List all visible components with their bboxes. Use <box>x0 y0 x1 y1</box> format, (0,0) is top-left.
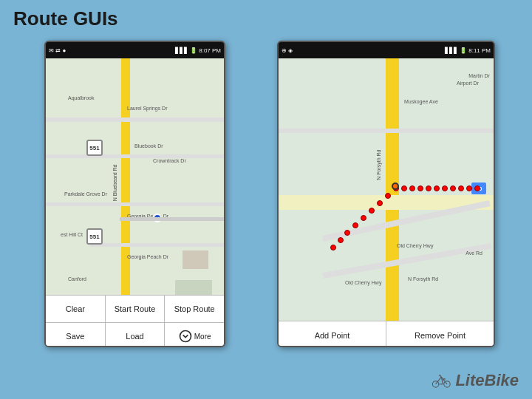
road-h3 <box>46 202 224 206</box>
button-row-right: Add Point Remove Point <box>279 321 494 347</box>
label-forsyth: N Forsyth Rd <box>376 150 381 180</box>
svg-point-0 <box>180 331 191 342</box>
load-button[interactable]: Load <box>106 323 166 347</box>
badge-551-bottom: 551 <box>86 228 103 245</box>
map-left[interactable]: N Bluebeard Rd Laurel Springs Dr Blueboo… <box>46 58 224 295</box>
route-dot-16 <box>352 222 358 228</box>
phone-left: ✉ ⇄ ● ▋▋▋ 🔋 8:07 PM N Bluebeard Rd Laure… <box>44 41 225 347</box>
remove-point-button[interactable]: Remove Point <box>386 321 494 347</box>
road-h4 <box>90 243 224 247</box>
route-dot-7 <box>442 185 448 191</box>
route-dot-5 <box>426 185 432 191</box>
status-signal-right: ▋▋▋ 🔋 8:11 PM <box>445 47 491 54</box>
status-signal-left: ▋▋▋ 🔋 8:07 PM <box>175 47 221 54</box>
label-muskogee: Muskogee Ave <box>404 99 438 104</box>
route-dot-15 <box>361 215 366 221</box>
junction-dot <box>392 183 399 190</box>
start-route-button[interactable]: Start Route <box>106 296 166 322</box>
status-bar-right: ⊕ ◈ ▋▋▋ 🔋 8:11 PM <box>279 42 494 58</box>
route-dot-11 <box>474 185 480 191</box>
route-dot-6 <box>434 185 440 191</box>
road-diag-right2 <box>322 243 491 279</box>
button-row-2: Save Load More <box>46 323 224 347</box>
route-dot-13 <box>377 200 383 206</box>
road-label-2: Laurel Springs Dr <box>127 106 167 111</box>
more-icon <box>178 329 193 344</box>
clear-button[interactable]: Clear <box>46 296 106 322</box>
route-dot-10 <box>466 185 472 191</box>
area-label-3: est Hill Ct <box>61 232 83 237</box>
save-button[interactable]: Save <box>46 323 106 347</box>
litebike-logo: LiteBike <box>432 371 519 390</box>
logo-text: LiteBike <box>455 371 519 390</box>
buttons-area-left: Clear Start Route Stop Route Save Load M… <box>46 295 224 347</box>
status-bar-left: ✉ ⇄ ● ▋▋▋ 🔋 8:07 PM <box>46 42 224 58</box>
page-title: Route GUIs <box>13 7 118 30</box>
label-cherry2: Old Cherry Hwy <box>345 280 381 285</box>
button-row-1: Clear Start Route Stop Route <box>46 296 224 323</box>
route-dot-18 <box>338 237 344 243</box>
route-dot-4 <box>417 185 423 191</box>
block-2 <box>183 250 208 269</box>
road-label-3: Bluebook Dr <box>134 143 163 149</box>
route-dot-17 <box>344 230 350 236</box>
label-top-right: Airport Dr <box>457 81 479 86</box>
buttons-area-right: Add Point Remove Point <box>279 321 494 347</box>
road-extra <box>120 217 224 221</box>
label-martin: Martin Dr <box>468 73 490 78</box>
route-dot-2 <box>401 185 407 191</box>
road-vertical-left <box>121 58 130 295</box>
route-dot-3 <box>409 185 415 191</box>
road-h2 <box>46 154 224 158</box>
litebike-icon <box>432 372 452 389</box>
route-dot-19 <box>330 245 336 250</box>
area-label: Aqualbrook <box>68 95 94 100</box>
area-label-4: Canford <box>68 276 86 282</box>
badge-551-top: 551 <box>86 140 103 156</box>
status-icons-left: ✉ ⇄ ● <box>49 47 66 54</box>
route-dot-14 <box>369 208 375 214</box>
status-icons-right: ⊕ ◈ <box>282 47 293 54</box>
route-dot-8 <box>450 185 456 191</box>
label-ave-rd: Ave Rd <box>466 250 482 256</box>
block-1 <box>175 280 212 295</box>
route-dot-9 <box>458 185 464 191</box>
road-label-6: Georgia Peach Dr <box>127 254 168 259</box>
route-dot-12 <box>385 193 391 199</box>
label-cherry1: Old Cherry Hwy <box>397 243 433 248</box>
add-point-button[interactable]: Add Point <box>279 321 386 347</box>
road-h-right1 <box>279 129 494 133</box>
label-forsyth2: N Forsyth Rd <box>408 276 438 282</box>
more-button[interactable]: More <box>165 323 224 347</box>
area-label-2: Parkdale Grove Dr <box>64 191 107 197</box>
stop-route-button[interactable]: Stop Route <box>165 296 224 322</box>
map-right[interactable]: Muskogee Ave N Forsyth Rd Airport Dr Mar… <box>279 58 494 321</box>
road-label-1: N Bluebeard Rd <box>112 165 117 202</box>
phone-right: ⊕ ◈ ▋▋▋ 🔋 8:11 PM Muskogee Ave N Forsyth… <box>277 41 495 347</box>
road-label-4: Crowntrack Dr <box>153 158 186 163</box>
road-h1 <box>46 117 224 122</box>
